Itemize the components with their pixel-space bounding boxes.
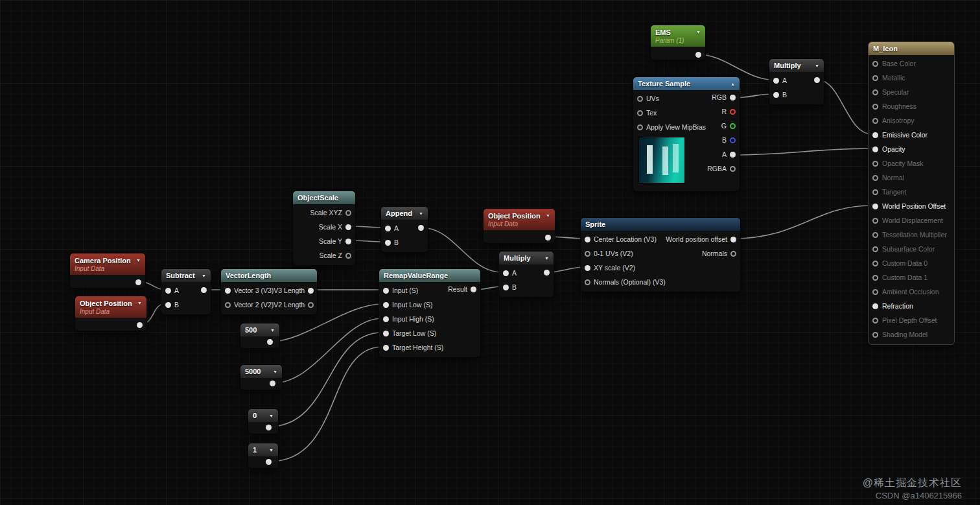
node-texture-sample[interactable]: Texture Sample▲ UVs Tex Apply View MipBi… xyxy=(633,76,740,192)
output-pin-result[interactable] xyxy=(471,287,476,292)
chevron-down-icon[interactable]: ▼ xyxy=(202,274,206,278)
input-pin-normals-optional[interactable] xyxy=(585,279,590,285)
input-pin-a[interactable] xyxy=(773,78,779,84)
output-pin[interactable] xyxy=(201,287,207,293)
input-pin-b[interactable] xyxy=(773,92,779,98)
node-constant-5000[interactable]: 5000▼ xyxy=(240,364,283,390)
node-header[interactable]: EMS▼ Param (1) xyxy=(651,25,705,47)
node-multiply-2[interactable]: Multiply▼ A B xyxy=(498,251,554,298)
node-object-position-1[interactable]: Object Position▼ Input Data xyxy=(483,208,555,244)
output-pin[interactable] xyxy=(814,77,820,83)
input-pin-input[interactable] xyxy=(383,288,389,294)
node-constant-1[interactable]: 1▼ xyxy=(248,443,279,469)
chevron-down-icon[interactable]: ▼ xyxy=(815,64,819,68)
input-pin-emissive-color[interactable] xyxy=(872,132,878,138)
input-pin-pixel-depth-offset[interactable] xyxy=(872,318,878,323)
input-pin-uvs[interactable] xyxy=(637,96,643,102)
input-pin-a[interactable] xyxy=(165,288,171,294)
input-pin-shading-model[interactable] xyxy=(872,332,878,338)
input-pin-base-color[interactable] xyxy=(872,61,878,67)
input-pin-tangent[interactable] xyxy=(872,189,878,195)
input-pin-opacity-mask[interactable] xyxy=(872,161,878,167)
input-pin-xy-scale[interactable] xyxy=(585,265,590,271)
output-pin-rgba[interactable] xyxy=(730,166,736,172)
node-header[interactable]: Sprite xyxy=(581,218,740,231)
input-pin-input-low[interactable] xyxy=(383,302,389,308)
node-header[interactable]: Camera Position▼ Input Data xyxy=(70,253,145,275)
input-pin-b[interactable] xyxy=(503,285,509,290)
output-pin[interactable] xyxy=(266,425,272,430)
output-pin[interactable] xyxy=(544,270,550,276)
node-append[interactable]: Append▼ A B xyxy=(380,206,428,253)
node-header[interactable]: 500▼ xyxy=(240,323,279,336)
node-object-position-2[interactable]: Object Position▼ Input Data xyxy=(75,296,147,331)
input-pin-roughness[interactable] xyxy=(872,104,878,110)
node-m-icon[interactable]: M_Icon Base Color Metallic Specular Roug… xyxy=(868,41,955,345)
output-pin-scale-xyz[interactable] xyxy=(345,210,351,216)
output-pin-normals[interactable] xyxy=(730,251,736,257)
output-pin[interactable] xyxy=(270,381,275,386)
input-pin-custom-data-1[interactable] xyxy=(872,275,878,281)
input-pin-normal[interactable] xyxy=(872,175,878,181)
node-ems[interactable]: EMS▼ Param (1) xyxy=(650,25,706,60)
chevron-down-icon[interactable]: ▼ xyxy=(269,448,274,452)
node-header[interactable]: Multiply▼ xyxy=(769,59,824,72)
node-constant-500[interactable]: 500▼ xyxy=(240,323,280,349)
node-header[interactable]: 1▼ xyxy=(248,443,278,456)
input-pin-mipbias[interactable] xyxy=(637,124,643,130)
texture-preview[interactable] xyxy=(638,137,685,183)
output-pin-v2-length[interactable] xyxy=(308,302,314,308)
input-pin-vector2[interactable] xyxy=(225,302,231,308)
node-header[interactable]: Multiply▼ xyxy=(499,252,554,264)
input-pin-specular[interactable] xyxy=(872,89,878,95)
input-pin-target-low[interactable] xyxy=(383,331,389,336)
output-pin-r[interactable] xyxy=(730,109,736,115)
node-header[interactable]: RemapValueRange xyxy=(379,269,480,282)
input-pin-uvs[interactable] xyxy=(585,251,590,257)
output-pin-scale-x[interactable] xyxy=(345,224,351,230)
input-pin-subsurface-color[interactable] xyxy=(872,246,878,252)
node-header[interactable]: Subtract▼ xyxy=(161,269,211,282)
input-pin-metallic[interactable] xyxy=(872,75,878,81)
output-pin[interactable] xyxy=(545,235,551,241)
node-header[interactable]: ObjectScale xyxy=(293,191,355,204)
chevron-down-icon[interactable]: ▼ xyxy=(136,258,141,263)
input-pin-input-high[interactable] xyxy=(383,316,389,322)
chevron-down-icon[interactable]: ▼ xyxy=(269,414,274,418)
chevron-down-icon[interactable]: ▼ xyxy=(419,211,423,216)
node-object-scale[interactable]: ObjectScale Scale XYZ Scale X Scale Y Sc… xyxy=(292,191,356,266)
node-header[interactable]: Texture Sample▲ xyxy=(633,77,740,90)
chevron-down-icon[interactable]: ▼ xyxy=(696,30,701,34)
chevron-down-icon[interactable]: ▼ xyxy=(544,256,549,261)
output-pin-b[interactable] xyxy=(730,137,736,143)
node-subtract[interactable]: Subtract▼ A B xyxy=(161,268,211,315)
input-pin-custom-data-0[interactable] xyxy=(872,261,878,266)
input-pin-vector3[interactable] xyxy=(225,288,231,294)
output-pin-scale-y[interactable] xyxy=(345,239,351,244)
node-header[interactable]: 0▼ xyxy=(248,409,278,422)
output-pin[interactable] xyxy=(137,322,143,328)
node-header[interactable]: M_Icon xyxy=(869,42,954,55)
output-pin[interactable] xyxy=(266,459,272,465)
input-pin-b[interactable] xyxy=(385,240,391,246)
node-vector-length[interactable]: VectorLength Vector 3 (V3) V3 Length Vec… xyxy=(220,268,318,315)
output-pin[interactable] xyxy=(418,225,424,231)
input-pin-ambient-occlusion[interactable] xyxy=(872,289,878,295)
node-constant-0[interactable]: 0▼ xyxy=(248,408,279,434)
chevron-down-icon[interactable]: ▼ xyxy=(546,213,550,218)
node-remap-value-range[interactable]: RemapValueRange Input (S) Input Low (S) … xyxy=(379,268,481,358)
input-pin-refraction[interactable] xyxy=(872,303,878,309)
output-pin-g[interactable] xyxy=(730,123,736,129)
input-pin-center-location[interactable] xyxy=(585,237,590,242)
node-header[interactable]: Object Position▼ Input Data xyxy=(484,209,555,230)
node-sprite[interactable]: Sprite Center Location (V3) World positi… xyxy=(580,217,741,292)
input-pin-b[interactable] xyxy=(165,302,171,308)
input-pin-anisotropy[interactable] xyxy=(872,118,878,124)
node-header[interactable]: VectorLength xyxy=(221,269,317,282)
input-pin-world-displacement[interactable] xyxy=(872,218,878,224)
input-pin-target-height[interactable] xyxy=(383,345,389,351)
output-pin-scale-z[interactable] xyxy=(345,253,351,259)
input-pin-tex[interactable] xyxy=(637,110,643,116)
chevron-down-icon[interactable]: ▼ xyxy=(273,370,277,374)
chevron-down-icon[interactable]: ▼ xyxy=(270,328,275,333)
